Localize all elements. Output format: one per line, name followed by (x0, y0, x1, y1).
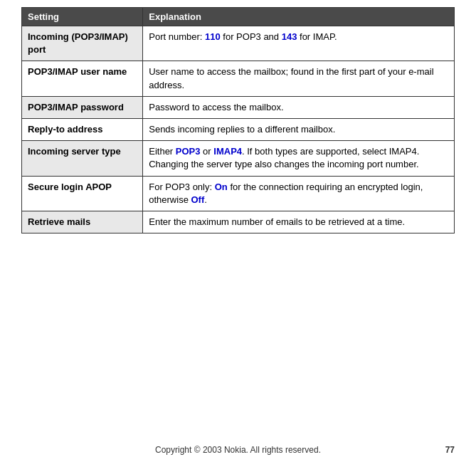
highlight-110: 110 (205, 31, 221, 42)
explanation-cell: Sends incoming replies to a different ma… (143, 118, 455, 140)
footer-page-number: 77 (445, 445, 455, 455)
explanation-cell: User name to access the mailbox; found i… (143, 61, 455, 96)
table-row: Retrieve mails Enter the maximum number … (22, 211, 455, 233)
setting-label: Incoming (POP3/IMAP) port (22, 26, 143, 61)
setting-label: Retrieve mails (22, 211, 143, 233)
explanation-cell: Port number: 110 for POP3 and 143 for IM… (143, 26, 455, 61)
table-row: POP3/IMAP user name User name to access … (22, 61, 455, 96)
table-row: Secure login APOP For POP3 only: On for … (22, 176, 455, 211)
table-row: Incoming (POP3/IMAP) port Port number: 1… (22, 26, 455, 61)
highlight-pop3: POP3 (176, 146, 201, 157)
setting-label: Incoming server type (22, 141, 143, 176)
highlight-off: Off (191, 194, 204, 205)
table-row: POP3/IMAP password Password to access th… (22, 96, 455, 118)
explanation-cell: For POP3 only: On for the connection req… (143, 176, 455, 211)
highlight-143: 143 (282, 31, 297, 42)
explanation-cell: Either POP3 or IMAP4. If both types are … (143, 141, 455, 176)
header-explanation: Explanation (143, 8, 455, 26)
setting-label: POP3/IMAP user name (22, 61, 143, 96)
settings-table: Setting Explanation Incoming (POP3/IMAP)… (21, 7, 455, 233)
highlight-on: On (215, 182, 228, 192)
footer-copyright: Copyright © 2003 Nokia. All rights reser… (155, 445, 321, 455)
table-row: Reply-to address Sends incoming replies … (22, 118, 455, 140)
explanation-cell: Password to access the mailbox. (143, 96, 455, 118)
setting-label: Secure login APOP (22, 176, 143, 211)
header-setting: Setting (22, 8, 143, 26)
footer: Copyright © 2003 Nokia. All rights reser… (0, 431, 476, 462)
setting-label: POP3/IMAP password (22, 96, 143, 118)
page-container: Setting Explanation Incoming (POP3/IMAP)… (0, 0, 476, 431)
table-row: Incoming server type Either POP3 or IMAP… (22, 141, 455, 176)
explanation-cell: Enter the maximum number of emails to be… (143, 211, 455, 233)
highlight-imap4: IMAP4 (213, 146, 242, 157)
setting-label: Reply-to address (22, 118, 143, 140)
